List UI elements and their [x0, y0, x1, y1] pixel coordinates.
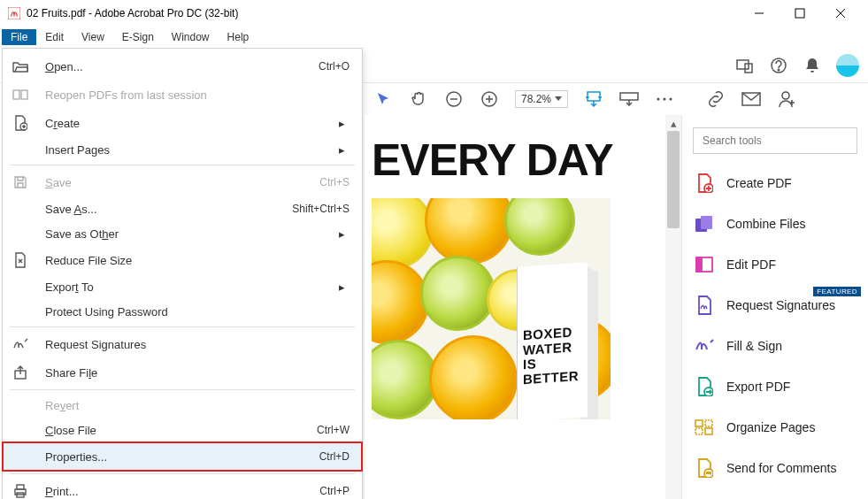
scroll-thumb[interactable]: [667, 131, 680, 228]
file-menu-properties[interactable]: Properties... Ctrl+D: [3, 442, 362, 471]
person-icon[interactable]: [777, 89, 796, 109]
file-menu-properties-label: Properties...: [31, 450, 319, 464]
vertical-scrollbar[interactable]: ▴: [665, 115, 681, 499]
tool-label: Fill & Sign: [726, 339, 782, 353]
create-pdf-icon: [695, 173, 714, 193]
svg-rect-35: [705, 420, 712, 426]
svg-point-20: [782, 92, 789, 99]
tool-combine-files[interactable]: Combine Files: [682, 203, 868, 244]
file-menu-revert-label: Revert: [31, 399, 350, 412]
svg-rect-5: [737, 60, 749, 69]
tool-label: Create PDF: [726, 176, 792, 190]
menu-window[interactable]: Window: [163, 29, 219, 45]
carton-graphic: BOXED WATER IS BETTER: [517, 262, 588, 419]
file-menu-share[interactable]: Share File: [3, 358, 362, 387]
zoom-in-icon[interactable]: [480, 89, 499, 109]
chevron-right-icon: ▸: [339, 280, 350, 294]
chevron-down-icon: [555, 96, 562, 102]
menu-edit[interactable]: Edit: [36, 29, 73, 45]
svg-rect-21: [13, 90, 19, 99]
file-menu-create-label: Create: [31, 117, 339, 130]
menu-help[interactable]: Help: [219, 29, 258, 45]
send-comments-icon: [695, 458, 714, 478]
bell-icon[interactable]: [803, 56, 822, 75]
file-menu-save: Save Ctrl+S: [3, 168, 362, 196]
tool-create-pdf[interactable]: Create PDF: [682, 163, 868, 203]
signature-icon: [10, 338, 31, 350]
fit-width-icon[interactable]: [584, 89, 603, 109]
device-icon[interactable]: [735, 56, 755, 75]
share-icon: [10, 365, 31, 380]
fill-sign-icon: [695, 336, 714, 356]
file-menu-save-other[interactable]: Save as Other ▸: [3, 221, 362, 246]
search-tools-input[interactable]: [693, 127, 857, 154]
tool-fill-sign[interactable]: Fill & Sign: [682, 326, 868, 366]
file-menu-reduce[interactable]: Reduce File Size: [3, 246, 362, 274]
file-menu-create[interactable]: Create ▸: [3, 109, 362, 137]
svg-rect-30: [701, 216, 712, 229]
svg-rect-15: [620, 93, 638, 100]
svg-point-8: [778, 69, 780, 71]
select-icon[interactable]: [373, 89, 393, 109]
file-menu-export[interactable]: Export To ▸: [3, 274, 362, 299]
more-icon[interactable]: [655, 89, 674, 109]
page-display-icon[interactable]: [619, 89, 639, 109]
menu-separator: [10, 165, 355, 165]
file-menu-export-label: Export To: [31, 280, 339, 294]
tool-organize-pages[interactable]: Organize Pages: [682, 407, 868, 448]
document-headline: EVERY DAY: [372, 117, 655, 198]
tool-send-comments[interactable]: Send for Comments: [682, 448, 868, 488]
zoom-out-icon[interactable]: [444, 89, 464, 109]
print-icon: [10, 484, 31, 498]
scroll-up-icon[interactable]: ▴: [665, 115, 681, 131]
menu-esign[interactable]: E-Sign: [113, 29, 163, 45]
tool-label: Export PDF: [726, 380, 790, 394]
file-menu-close-label: Close File: [31, 424, 317, 437]
file-menu-close[interactable]: Close File Ctrl+W: [3, 418, 362, 442]
file-menu-reopen: Reopen PDFs from last session: [3, 81, 362, 109]
help-icon[interactable]: [769, 56, 788, 75]
mail-icon[interactable]: [741, 89, 761, 109]
svg-rect-14: [588, 92, 600, 101]
svg-point-18: [669, 97, 672, 100]
avatar[interactable]: [836, 54, 859, 77]
file-menu-insert-pages[interactable]: Insert Pages ▸: [3, 137, 362, 162]
zoom-value: 78.2%: [521, 93, 551, 105]
hand-icon[interactable]: [409, 89, 428, 109]
svg-rect-32: [696, 257, 702, 272]
combine-files-icon: [695, 214, 714, 234]
menu-separator: [10, 326, 355, 327]
menu-separator: [10, 389, 355, 390]
tool-label: Combine Files: [726, 217, 805, 231]
tool-export-pdf[interactable]: Export PDF: [682, 366, 868, 407]
file-menu-revert: Revert: [3, 393, 362, 418]
file-menu-open[interactable]: Open... Ctrl+O: [3, 52, 362, 81]
menu-view[interactable]: View: [73, 29, 113, 45]
minimize-button[interactable]: [739, 0, 780, 27]
link-icon[interactable]: [706, 89, 726, 109]
titlebar: 02 Fruits.pdf - Adobe Acrobat Pro DC (32…: [0, 0, 868, 27]
file-menu-save-other-label: Save as Other: [31, 227, 339, 241]
file-menu-request-signatures[interactable]: Request Signatures: [3, 330, 362, 358]
request-signatures-icon: [695, 296, 714, 315]
file-menu-print[interactable]: Print... Ctrl+P: [3, 477, 362, 499]
file-menu-protect[interactable]: Protect Using Password: [3, 299, 362, 324]
svg-rect-34: [695, 420, 703, 426]
featured-badge: FEATURED: [813, 287, 861, 296]
window-controls: [739, 0, 861, 27]
tool-request-signatures[interactable]: FEATURED Request Signatures: [682, 285, 868, 326]
file-menu-print-label: Print...: [31, 485, 319, 498]
acrobat-icon: [7, 6, 21, 20]
tool-list: Create PDF Combine Files Edit PDF FEATUR…: [682, 163, 868, 499]
tools-panel: Create PDF Combine Files Edit PDF FEATUR…: [681, 115, 868, 499]
close-button[interactable]: [820, 0, 861, 27]
file-menu-save-as[interactable]: Save As... Shift+Ctrl+S: [3, 196, 362, 221]
maximize-button[interactable]: [780, 0, 820, 27]
svg-rect-22: [21, 90, 27, 99]
menu-file[interactable]: File: [2, 29, 36, 45]
tool-edit-pdf[interactable]: Edit PDF: [682, 244, 868, 285]
zoom-select[interactable]: 78.2%: [515, 90, 568, 108]
window-title: 02 Fruits.pdf - Adobe Acrobat Pro DC (32…: [27, 7, 739, 19]
folder-open-icon: [10, 60, 31, 73]
search-wrap: [682, 115, 868, 163]
